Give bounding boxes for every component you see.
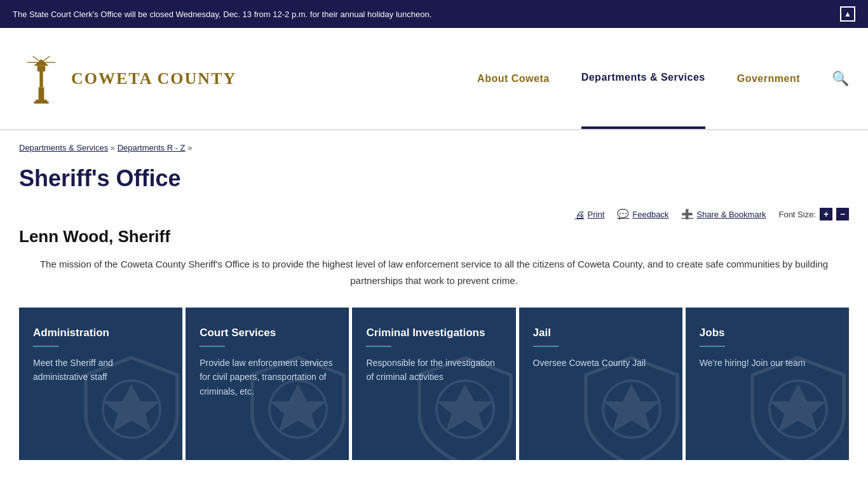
alert-text: The State Court Clerk's Office will be c…	[13, 10, 840, 19]
card-administration[interactable]: Administration Meet the Sheriff and admi…	[19, 308, 182, 460]
card-title: Court Services	[200, 327, 335, 339]
print-icon: 🖨	[575, 209, 585, 220]
svg-rect-3	[37, 65, 45, 71]
card-title: Jobs	[700, 327, 835, 339]
logo-icon	[19, 53, 64, 104]
breadcrumb-link-departments[interactable]: Departments & Services	[19, 143, 108, 152]
breadcrumb-link-departments-rz[interactable]: Departments R - Z	[118, 143, 186, 152]
card-description: Provide law enforcement services for civ…	[200, 356, 335, 398]
logo-text: Coweta County	[71, 69, 236, 88]
sheriff-name: Lenn Wood, Sheriff	[19, 227, 849, 247]
card-divider	[200, 346, 225, 347]
card-description: Oversee Coweta County Jail	[533, 356, 668, 370]
card-description: Responsible for the investigation of cri…	[366, 356, 501, 384]
service-cards: Administration Meet the Sheriff and admi…	[19, 308, 849, 460]
card-jobs[interactable]: Jobs We're hiring! Join our team	[686, 308, 849, 460]
svg-rect-2	[39, 70, 43, 87]
breadcrumb-separator-1: »	[111, 143, 118, 152]
card-court-services[interactable]: Court Services Provide law enforcement s…	[186, 308, 349, 460]
font-size-label: Font Size:	[778, 210, 816, 219]
alert-bar: The State Court Clerk's Office will be c…	[0, 0, 868, 28]
svg-marker-15	[437, 384, 494, 432]
card-title: Criminal Investigations	[366, 327, 501, 339]
font-increase-button[interactable]: +	[820, 208, 832, 220]
svg-rect-0	[39, 87, 44, 101]
svg-rect-9	[34, 101, 48, 104]
share-label: Share & Bookmark	[696, 210, 766, 219]
search-icon[interactable]: 🔍	[832, 71, 849, 87]
card-description: Meet the Sheriff and administrative staf…	[33, 356, 168, 384]
page-title-area: Sheriff's Office	[0, 159, 868, 201]
card-divider	[533, 346, 559, 347]
alert-close-button[interactable]: ▲	[840, 6, 855, 22]
card-title: Administration	[33, 327, 168, 339]
card-jail[interactable]: Jail Oversee Coweta County Jail	[519, 308, 682, 460]
card-divider	[366, 346, 391, 347]
card-title: Jail	[533, 327, 668, 339]
breadcrumb-separator-2: »	[187, 143, 192, 152]
site-header: Coweta County About Coweta Departments &…	[0, 28, 868, 130]
card-criminal-investigations[interactable]: Criminal Investigations Responsible for …	[352, 308, 515, 460]
feedback-icon: 💬	[617, 208, 629, 220]
card-description: We're hiring! Join our team	[700, 356, 835, 370]
breadcrumb: Departments & Services » Departments R -…	[0, 130, 868, 159]
page-title: Sheriff's Office	[19, 165, 849, 192]
svg-marker-11	[103, 384, 160, 432]
mission-text: The mission of the Coweta County Sheriff…	[19, 256, 849, 288]
feedback-button[interactable]: 💬 Feedback	[617, 208, 668, 220]
card-divider	[700, 346, 725, 347]
main-nav: About Coweta Departments & Services Gove…	[236, 28, 849, 129]
svg-marker-17	[603, 384, 660, 432]
site-logo[interactable]: Coweta County	[19, 53, 236, 104]
card-divider	[33, 346, 58, 347]
nav-about[interactable]: About Coweta	[477, 28, 550, 129]
svg-marker-19	[770, 384, 827, 432]
share-icon: ➕	[681, 208, 693, 220]
font-decrease-button[interactable]: −	[836, 208, 849, 220]
svg-line-6	[41, 56, 50, 62]
share-button[interactable]: ➕ Share & Bookmark	[681, 208, 766, 220]
content-area: Lenn Wood, Sheriff The mission of the Co…	[0, 227, 868, 460]
print-label: Print	[588, 210, 605, 219]
nav-government[interactable]: Government	[737, 28, 800, 129]
svg-line-5	[33, 56, 41, 62]
feedback-label: Feedback	[632, 210, 668, 219]
nav-departments[interactable]: Departments & Services	[581, 28, 705, 129]
font-size-control: Font Size: + −	[778, 208, 849, 220]
page-toolbar: 🖨 Print 💬 Feedback ➕ Share & Bookmark Fo…	[0, 201, 868, 227]
print-button[interactable]: 🖨 Print	[575, 209, 605, 220]
